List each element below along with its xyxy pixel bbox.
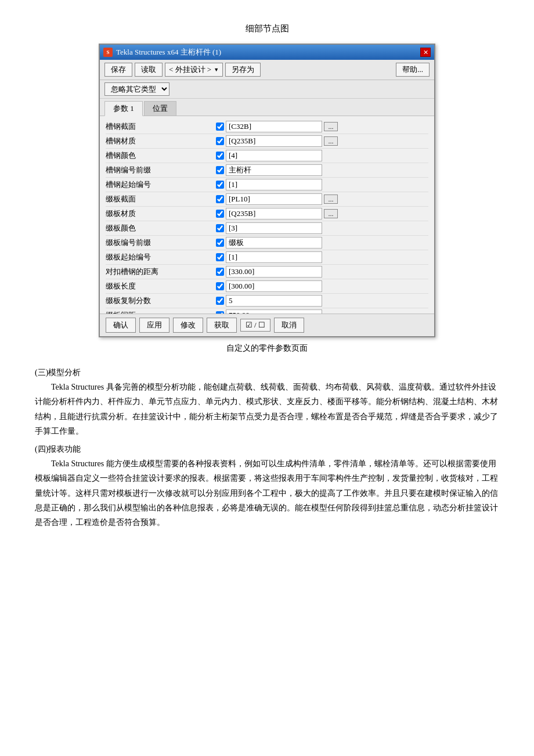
param-checkbox-10[interactable] bbox=[216, 268, 224, 276]
param-checkbox-1[interactable] bbox=[216, 137, 224, 145]
param-controls-4 bbox=[216, 179, 428, 190]
section-para-2: Tekla Structures 能方便生成模型需要的各种报表资料，例如可以生成… bbox=[35, 456, 499, 530]
save-button[interactable]: 保存 bbox=[104, 63, 132, 77]
dialog-window: S Tekla Structures x64 主桁杆件 (1) ✕ 保存 读取 … bbox=[99, 44, 435, 337]
param-controls-2 bbox=[216, 150, 428, 161]
tab-bar: 参数 1 位置 bbox=[100, 99, 434, 116]
param-row: 对扣槽钢的距离 bbox=[106, 265, 428, 279]
param-row: 缀板复制分数 bbox=[106, 294, 428, 308]
mirror-control[interactable]: ☑ / ☐ bbox=[240, 319, 270, 332]
param-label-9: 缀板起始编号 bbox=[106, 252, 216, 262]
param-browse-6[interactable]: ... bbox=[324, 209, 338, 218]
section-report: (四)报表功能 Tekla Structures 能方便生成模型需要的各种报表资… bbox=[35, 442, 499, 530]
param-row: 槽钢起始编号 bbox=[106, 178, 428, 192]
param-value-8[interactable] bbox=[226, 237, 322, 249]
type-select[interactable]: 忽略其它类型 bbox=[104, 82, 169, 96]
dialog-footer: 确认 应用 修改 获取 ☑ / ☐ 取消 bbox=[100, 314, 434, 336]
close-button[interactable]: ✕ bbox=[420, 48, 431, 57]
section-heading-1: (三)模型分析 bbox=[35, 365, 499, 380]
param-browse-0[interactable]: ... bbox=[324, 122, 338, 131]
param-checkbox-6[interactable] bbox=[216, 210, 224, 218]
param-value-13[interactable] bbox=[226, 309, 322, 314]
param-label-11: 缀板长度 bbox=[106, 281, 216, 291]
param-checkbox-8[interactable] bbox=[216, 239, 224, 247]
section-heading-2: (四)报表功能 bbox=[35, 442, 499, 456]
param-checkbox-3[interactable] bbox=[216, 166, 224, 174]
param-row: 槽钢材质... bbox=[106, 134, 428, 149]
sections-container: (三)模型分析 Tekla Structures 具备完善的模型分析功能，能创建… bbox=[35, 365, 499, 530]
param-checkbox-13[interactable] bbox=[216, 311, 224, 314]
param-controls-9 bbox=[216, 251, 428, 263]
param-controls-3 bbox=[216, 164, 428, 176]
param-row: 槽钢编号前缀 bbox=[106, 163, 428, 178]
fetch-button[interactable]: 获取 bbox=[207, 318, 237, 333]
param-row: 缀板颜色 bbox=[106, 221, 428, 236]
param-row: 缀板间距 bbox=[106, 308, 428, 314]
param-browse-1[interactable]: ... bbox=[324, 136, 338, 146]
param-value-6[interactable] bbox=[226, 208, 322, 219]
param-value-7[interactable] bbox=[226, 222, 322, 234]
sub-toolbar: 忽略其它类型 bbox=[100, 80, 434, 99]
titlebar-left: S Tekla Structures x64 主桁杆件 (1) bbox=[103, 47, 221, 57]
mirror-check1: ☑ bbox=[246, 321, 252, 330]
param-controls-8 bbox=[216, 237, 428, 249]
param-row: 缀板编号前缀 bbox=[106, 236, 428, 250]
param-label-1: 槽钢材质 bbox=[106, 136, 216, 146]
cancel-button[interactable]: 取消 bbox=[274, 318, 304, 333]
param-value-12[interactable] bbox=[226, 295, 322, 307]
param-checkbox-5[interactable] bbox=[216, 195, 224, 203]
tab-position[interactable]: 位置 bbox=[144, 101, 176, 116]
param-row: 缀板长度 bbox=[106, 279, 428, 294]
param-controls-0: ... bbox=[216, 121, 428, 132]
param-label-0: 槽钢截面 bbox=[106, 121, 216, 132]
tab-params1[interactable]: 参数 1 bbox=[104, 101, 143, 116]
param-row: 缀板起始编号 bbox=[106, 250, 428, 265]
param-value-5[interactable] bbox=[226, 193, 322, 205]
param-label-4: 槽钢起始编号 bbox=[106, 179, 216, 190]
load-button[interactable]: 读取 bbox=[135, 63, 163, 77]
param-controls-10 bbox=[216, 266, 428, 278]
dialog-titlebar: S Tekla Structures x64 主桁杆件 (1) ✕ bbox=[100, 45, 434, 60]
modify-button[interactable]: 修改 bbox=[173, 318, 203, 333]
param-controls-1: ... bbox=[216, 135, 428, 147]
param-value-3[interactable] bbox=[226, 164, 322, 176]
param-value-9[interactable] bbox=[226, 251, 322, 263]
dialog-caption: 自定义的零件参数页面 bbox=[35, 343, 499, 354]
page-title: 细部节点图 bbox=[35, 23, 499, 34]
param-label-7: 缀板颜色 bbox=[106, 223, 216, 233]
design-dropdown[interactable]: < 外挂设计 > ▼ bbox=[165, 63, 223, 77]
param-value-2[interactable] bbox=[226, 150, 322, 161]
param-checkbox-0[interactable] bbox=[216, 123, 224, 131]
param-checkbox-11[interactable] bbox=[216, 282, 224, 290]
mirror-slash: / bbox=[254, 321, 257, 330]
app-icon: S bbox=[103, 48, 113, 57]
param-controls-12 bbox=[216, 295, 428, 307]
param-checkbox-4[interactable] bbox=[216, 181, 224, 189]
param-controls-5: ... bbox=[216, 193, 428, 205]
confirm-button[interactable]: 确认 bbox=[106, 318, 136, 333]
param-value-4[interactable] bbox=[226, 179, 322, 190]
param-browse-5[interactable]: ... bbox=[324, 195, 338, 204]
param-label-2: 槽钢颜色 bbox=[106, 150, 216, 161]
param-row: 槽钢颜色 bbox=[106, 149, 428, 163]
param-checkbox-2[interactable] bbox=[216, 152, 224, 160]
param-label-8: 缀板编号前缀 bbox=[106, 237, 216, 248]
param-value-0[interactable] bbox=[226, 121, 322, 132]
help-button[interactable]: 帮助... bbox=[396, 63, 430, 77]
param-row: 槽钢截面... bbox=[106, 120, 428, 134]
param-checkbox-12[interactable] bbox=[216, 297, 224, 305]
param-value-11[interactable] bbox=[226, 280, 322, 292]
param-checkbox-9[interactable] bbox=[216, 253, 224, 261]
param-label-12: 缀板复制分数 bbox=[106, 296, 216, 306]
param-value-1[interactable] bbox=[226, 135, 322, 147]
section-para-1: Tekla Structures 具备完善的模型分析功能，能创建点荷载、线荷载、… bbox=[35, 380, 499, 438]
apply-button[interactable]: 应用 bbox=[139, 318, 169, 333]
param-value-10[interactable] bbox=[226, 266, 322, 278]
param-checkbox-7[interactable] bbox=[216, 224, 224, 232]
param-controls-6: ... bbox=[216, 208, 428, 219]
save-as-button[interactable]: 另存为 bbox=[225, 63, 261, 77]
param-label-13: 缀板间距 bbox=[106, 310, 216, 314]
section-model-analysis: (三)模型分析 Tekla Structures 具备完善的模型分析功能，能创建… bbox=[35, 365, 499, 438]
param-label-10: 对扣槽钢的距离 bbox=[106, 267, 216, 277]
param-label-6: 缀板材质 bbox=[106, 208, 216, 219]
